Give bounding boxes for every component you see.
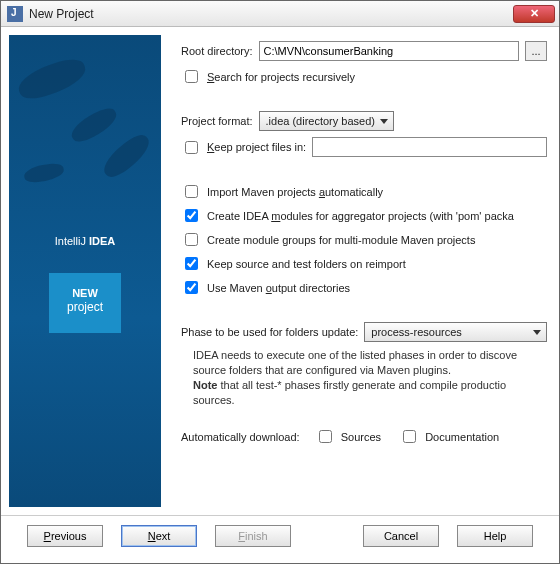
use-output-checkbox[interactable] [185,281,198,294]
phase-info-text: IDEA needs to execute one of the listed … [193,348,547,407]
app-icon [7,6,23,22]
keep-files-label: Keep project files in: [207,141,306,153]
create-idea-modules-checkbox[interactable] [185,209,198,222]
project-format-label: Project format: [181,115,253,127]
cancel-button[interactable]: Cancel [363,525,439,547]
finish-button[interactable]: Finish [215,525,291,547]
search-recursively-checkbox[interactable] [185,70,198,83]
form-panel: Root directory: ... SSearch for projects… [169,35,551,507]
previous-button[interactable]: Previous [27,525,103,547]
import-auto-label: Import Maven projects automatically [207,186,383,198]
keep-files-checkbox[interactable] [185,141,198,154]
keep-files-input[interactable] [312,137,547,157]
button-bar: Previous Next Finish Cancel Help [1,515,559,555]
create-idea-modules-label: Create IDEA modules for aggregator proje… [207,210,514,222]
browse-button[interactable]: ... [525,41,547,61]
root-directory-input[interactable] [259,41,519,61]
phase-label: Phase to be used for folders update: [181,326,358,338]
documentation-label: Documentation [425,431,499,443]
create-module-groups-label: Create module groups for multi-module Ma… [207,234,475,246]
auto-download-label: Automatically download: [181,431,300,443]
new-project-badge: NEWproject [49,273,121,333]
keep-source-label: Keep source and test folders on reimport [207,258,406,270]
sidebar-banner: IntelliJ IDEA NEWproject [9,35,161,507]
next-button[interactable]: Next [121,525,197,547]
create-module-groups-checkbox[interactable] [185,233,198,246]
documentation-checkbox[interactable] [403,430,416,443]
project-format-dropdown[interactable]: .idea (directory based) [259,111,394,131]
close-icon: ✕ [530,7,539,20]
close-button[interactable]: ✕ [513,5,555,23]
window-title: New Project [29,7,94,21]
sources-checkbox[interactable] [319,430,332,443]
help-button[interactable]: Help [457,525,533,547]
dialog-window: New Project ✕ IntelliJ IDEA NEWproject R… [0,0,560,564]
root-directory-label: Root directory: [181,45,253,57]
search-recursively-label: SSearch for projects recursivelyearch fo… [207,71,355,83]
keep-source-checkbox[interactable] [185,257,198,270]
import-auto-checkbox[interactable] [185,185,198,198]
sources-label: Sources [341,431,381,443]
phase-dropdown[interactable]: process-resources [364,322,547,342]
brand-text: IntelliJ IDEA [9,227,161,250]
use-output-label: Use Maven output directories [207,282,350,294]
titlebar: New Project ✕ [1,1,559,27]
